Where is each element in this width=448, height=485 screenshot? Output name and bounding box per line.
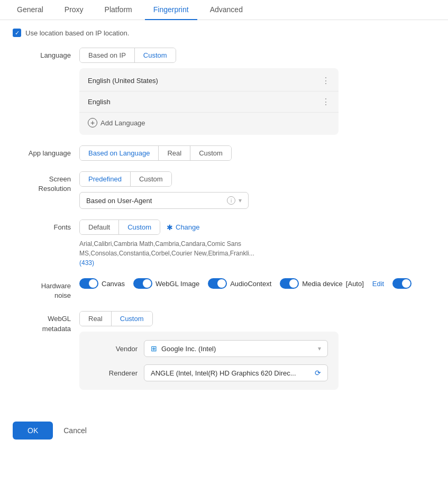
hardware-noise-toggles: Canvas WebGL Image AudioContext Media de… (79, 278, 435, 289)
tab-fingerprint[interactable]: Fingerprint (145, 0, 197, 20)
language-based-on-ip-btn[interactable]: Based on IP (80, 48, 134, 62)
screen-resolution-btn-group: Predefined Custom (79, 171, 172, 187)
language-item-en: English ⋮ (79, 91, 339, 113)
vendor-field-row: Vendor ⊞ Google Inc. (Intel) ▾ (90, 340, 328, 357)
language-content: Based on IP Custom English (United State… (79, 48, 435, 135)
fonts-custom-btn[interactable]: Custom (118, 220, 160, 234)
language-item-en-us-menu[interactable]: ⋮ (322, 76, 330, 86)
windows-icon: ⊞ (151, 344, 157, 353)
app-language-content: Based on Language Real Custom (79, 145, 435, 161)
resolution-dropdown-controls: i ▾ (227, 196, 242, 205)
resolution-chevron-icon: ▾ (239, 197, 242, 204)
add-language-row[interactable]: + Add Language (79, 113, 339, 133)
language-list-box: English (United States) ⋮ English ⋮ + Ad… (79, 68, 339, 135)
hardware-noise-row: Hardwarenoise Canvas WebGL Image AudioCo… (13, 278, 435, 300)
app-language-label: App language (13, 145, 71, 158)
renderer-input[interactable]: ANGLE (Intel, Intel(R) HD Graphics 620 D… (144, 364, 328, 381)
fonts-label: Fonts (13, 219, 71, 232)
audio-context-toggle[interactable] (208, 278, 227, 289)
app-language-custom-btn[interactable]: Custom (190, 146, 231, 160)
fonts-list-text: Arial,Calibri,Cambria Math,Cambria,Canda… (79, 239, 333, 268)
main-content: ✓ Use location based on IP location. Lan… (0, 20, 448, 409)
resolution-dropdown-left: Based on User-Agent (86, 197, 152, 205)
webgl-image-toggle-group: WebGL Image (133, 278, 199, 289)
fonts-change-label: Change (176, 223, 200, 231)
resolution-info-icon[interactable]: i (227, 196, 235, 205)
media-device-badge: [Auto] (346, 280, 364, 288)
cancel-button[interactable]: Cancel (59, 422, 91, 440)
renderer-label: Renderer (90, 369, 138, 377)
screen-resolution-row: ScreenResolution Predefined Custom Based… (13, 171, 435, 209)
app-language-btn-group: Based on Language Real Custom (79, 145, 232, 161)
notice-row: ✓ Use location based on IP location. (13, 29, 435, 37)
vendor-select-left: ⊞ Google Inc. (Intel) (151, 344, 216, 353)
audio-context-toggle-group: AudioContext (208, 278, 271, 289)
fonts-default-btn[interactable]: Default (80, 220, 118, 234)
fonts-change-btn[interactable]: ✱ Change (167, 223, 200, 232)
screen-resolution-label: ScreenResolution (13, 171, 71, 194)
webgl-metadata-content: Real Custom Vendor ⊞ Google Inc. (Intel)… (79, 311, 435, 390)
language-item-en-us-label: English (United States) (88, 77, 158, 85)
resolution-dropdown-value: Based on User-Agent (86, 197, 152, 205)
fonts-toggle-group: Default Custom (79, 219, 160, 235)
webgl-image-toggle[interactable] (133, 278, 152, 289)
screen-resolution-content: Predefined Custom Based on User-Agent i … (79, 171, 435, 209)
footer: OK Cancel (0, 413, 448, 448)
screen-resolution-custom-btn[interactable]: Custom (130, 172, 171, 186)
renderer-refresh-icon[interactable]: ⟳ (315, 369, 321, 377)
webgl-fields-box: Vendor ⊞ Google Inc. (Intel) ▾ Renderer … (79, 332, 339, 390)
vendor-value: Google Inc. (Intel) (161, 345, 216, 353)
add-language-icon: + (88, 118, 97, 127)
media-device-label: Media device (302, 280, 343, 288)
vendor-label: Vendor (90, 345, 138, 353)
vendor-select[interactable]: ⊞ Google Inc. (Intel) ▾ (144, 340, 328, 357)
language-row: Language Based on IP Custom English (Uni… (13, 48, 435, 135)
extra-toggle[interactable] (392, 278, 412, 289)
renderer-value: ANGLE (Intel, Intel(R) HD Graphics 620 D… (151, 369, 296, 377)
media-device-edit-btn[interactable]: Edit (372, 280, 384, 288)
audio-context-label: AudioContext (230, 280, 271, 288)
tab-proxy[interactable]: Proxy (56, 0, 92, 20)
language-item-en-menu[interactable]: ⋮ (322, 97, 330, 107)
app-language-row: App language Based on Language Real Cust… (13, 145, 435, 161)
webgl-metadata-btn-group: Real Custom (79, 311, 153, 326)
screen-resolution-predefined-btn[interactable]: Predefined (80, 172, 130, 186)
canvas-toggle[interactable] (79, 278, 98, 289)
webgl-metadata-label: WebGLmetadata (13, 311, 71, 333)
hardware-noise-content: Canvas WebGL Image AudioContext Media de… (79, 278, 435, 289)
fonts-change-icon: ✱ (167, 223, 173, 232)
tab-platform[interactable]: Platform (96, 0, 141, 20)
hardware-noise-label: Hardwarenoise (13, 278, 71, 300)
webgl-custom-btn[interactable]: Custom (111, 312, 152, 326)
fonts-list-value: Arial,Calibri,Cambria Math,Cambria,Canda… (79, 240, 254, 257)
canvas-toggle-group: Canvas (79, 278, 125, 289)
resolution-dropdown[interactable]: Based on User-Agent i ▾ (79, 192, 249, 209)
fonts-content: Default Custom ✱ Change Arial,Calibri,Ca… (79, 219, 435, 268)
location-checkbox[interactable]: ✓ (13, 29, 21, 37)
canvas-label: Canvas (102, 280, 125, 288)
fonts-row: Fonts Default Custom ✱ Change Arial,Cali… (13, 219, 435, 268)
notice-text: Use location based on IP location. (25, 29, 129, 37)
media-device-toggle-group: Media device [Auto] (280, 278, 364, 289)
vendor-chevron-icon: ▾ (318, 345, 321, 352)
app-language-real-btn[interactable]: Real (158, 146, 190, 160)
ok-button[interactable]: OK (13, 422, 53, 440)
tab-general[interactable]: General (8, 0, 52, 20)
webgl-metadata-row: WebGLmetadata Real Custom Vendor ⊞ Googl… (13, 311, 435, 390)
webgl-image-label: WebGL Image (156, 280, 199, 288)
language-item-en-label: English (88, 98, 111, 106)
app-language-based-on-language-btn[interactable]: Based on Language (80, 146, 158, 160)
tab-advanced[interactable]: Advanced (202, 0, 251, 20)
language-btn-group: Based on IP Custom (79, 48, 176, 63)
language-custom-btn[interactable]: Custom (134, 48, 176, 62)
fonts-count: (433) (79, 259, 94, 267)
renderer-field-row: Renderer ANGLE (Intel, Intel(R) HD Graph… (90, 364, 328, 381)
tab-bar: General Proxy Platform Fingerprint Advan… (0, 0, 448, 20)
language-label: Language (13, 48, 71, 60)
fonts-btn-group: Default Custom ✱ Change (79, 219, 435, 235)
webgl-real-btn[interactable]: Real (80, 312, 111, 326)
language-item-en-us: English (United States) ⋮ (79, 70, 339, 91)
media-device-toggle[interactable] (280, 278, 299, 289)
add-language-label: Add Language (100, 119, 145, 127)
